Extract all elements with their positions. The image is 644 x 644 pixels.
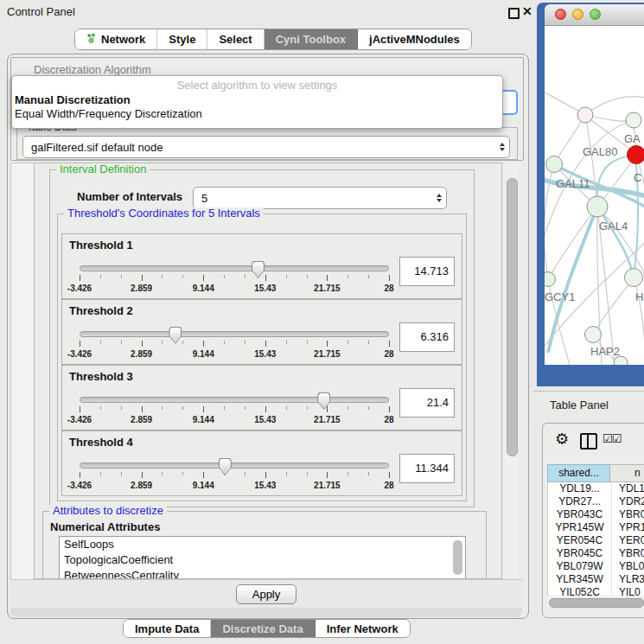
algorithm-option[interactable]: Manual Discretization: [12, 93, 502, 107]
tab-style[interactable]: Style: [157, 29, 207, 49]
tab-cyni-toolbox[interactable]: Cyni Toolbox: [265, 29, 358, 49]
table-row[interactable]: YPR145WYPR1: [548, 521, 644, 534]
slider-minor-tick: [286, 275, 287, 278]
slider-major-tick: [327, 275, 328, 281]
cell-shared-name[interactable]: YER054C: [548, 534, 612, 547]
network-node-gal11[interactable]: [546, 156, 563, 173]
close-icon[interactable]: ✕: [522, 4, 532, 18]
table-data-combobox[interactable]: galFiltered.sif default node: [22, 136, 510, 158]
table-hscrollbar-thumb[interactable]: [549, 598, 644, 608]
threshold-slider[interactable]: -3.4262.8599.14415.4321.71528: [80, 458, 389, 494]
bottom-tab-discretize-data[interactable]: Discretize Data: [211, 620, 315, 637]
bottom-tab-impute-data[interactable]: Impute Data: [124, 620, 211, 637]
slider-tick-label: 9.144: [193, 415, 214, 424]
network-node-hap2[interactable]: [585, 327, 602, 343]
column-header-shared[interactable]: shared...: [547, 464, 610, 482]
threshold-value-field[interactable]: 11.344: [399, 454, 455, 483]
slider-track[interactable]: [80, 462, 389, 469]
mac-close-button[interactable]: [555, 9, 566, 20]
tab-jactivemnodules[interactable]: jActiveMNodules: [358, 29, 471, 49]
table-hscrollbar[interactable]: [547, 596, 644, 608]
settings-scrollbar-thumb[interactable]: [507, 178, 518, 456]
network-node-ga[interactable]: [626, 112, 641, 128]
cell-name[interactable]: YPR1: [612, 521, 644, 534]
table-row[interactable]: YBR045CYBR0: [548, 547, 644, 560]
cell-name[interactable]: YDR2: [612, 495, 644, 508]
tab-network[interactable]: Network: [75, 29, 157, 49]
cell-shared-name[interactable]: YLR345W: [548, 573, 612, 586]
tab-select[interactable]: Select: [207, 29, 264, 49]
threshold-value-field[interactable]: 14.713: [399, 257, 455, 286]
network-window-titlebar[interactable]: [545, 4, 644, 26]
column-header-name[interactable]: n: [610, 464, 644, 482]
table-row[interactable]: YBR043CYBR0: [548, 508, 644, 521]
network-canvas[interactable]: GAL80GACGAL11GAL4GCY1HHAP2: [545, 26, 644, 365]
bottom-tab-infer-network[interactable]: Infer Network: [316, 620, 410, 637]
algorithm-option[interactable]: Equal Width/Frequency Discretization: [12, 107, 502, 121]
numerical-attributes-list[interactable]: SelfLoopsTopologicalCoefficientBetweenne…: [59, 536, 466, 579]
threshold-value-field[interactable]: 21.4: [399, 388, 455, 418]
cell-name[interactable]: YLR3: [612, 573, 644, 586]
table-rows: YDL19...YDL1YDR27...YDR2YBR043CYBR0YPR14…: [547, 482, 644, 596]
slider-track[interactable]: [80, 265, 389, 271]
slider-minor-tick: [348, 341, 348, 344]
slider-minor-tick: [100, 406, 101, 410]
slider-tick-label: -3.426: [67, 481, 92, 490]
slider-major-tick: [265, 275, 266, 281]
attribute-list-item[interactable]: TopologicalCoefficient: [60, 552, 465, 568]
float-window-icon[interactable]: [508, 8, 520, 19]
mac-minimize-button[interactable]: [572, 9, 583, 20]
cell-name[interactable]: YER0: [612, 534, 644, 547]
table-row[interactable]: YBL079WYBL0: [548, 560, 644, 573]
slider-thumb[interactable]: [169, 327, 182, 344]
mac-zoom-button[interactable]: [590, 9, 601, 20]
table-row[interactable]: YDR27...YDR2: [548, 495, 644, 508]
threshold-value-field[interactable]: 6.316: [399, 322, 455, 352]
cell-shared-name[interactable]: YPR145W: [548, 521, 612, 534]
network-node-gal4[interactable]: [587, 196, 608, 217]
settings-scrollbar[interactable]: [505, 164, 518, 577]
gear-icon[interactable]: ⚙: [555, 431, 569, 447]
table-row[interactable]: YER054CYER0: [548, 534, 644, 547]
table-row[interactable]: YDL19...YDL1: [548, 482, 644, 495]
network-node-gcy1[interactable]: [545, 272, 556, 287]
attribute-list-item[interactable]: BetweennessCentrality: [60, 568, 465, 579]
list-scrollbar-thumb[interactable]: [453, 540, 462, 575]
threshold-slider[interactable]: -3.4262.8599.14415.4321.71528: [80, 327, 389, 363]
cell-shared-name[interactable]: YBR043C: [548, 508, 612, 521]
threshold-label: Threshold 3: [69, 370, 133, 383]
table-row[interactable]: YIL052CYIL0: [548, 586, 644, 596]
network-node-c[interactable]: [628, 146, 644, 164]
cell-name[interactable]: YBL0: [612, 560, 644, 573]
slider-thumb[interactable]: [219, 458, 232, 475]
slider-minor-tick: [348, 406, 348, 410]
cell-shared-name[interactable]: YBR045C: [548, 547, 612, 560]
slider-major-tick: [265, 341, 266, 347]
cell-shared-name[interactable]: YBL079W: [548, 560, 612, 573]
slider-tick-label: 28: [384, 349, 393, 359]
threshold-slider[interactable]: -3.4262.8599.14415.4321.71528: [80, 261, 389, 297]
attribute-list-item[interactable]: SelfLoops: [60, 537, 465, 552]
cell-shared-name[interactable]: YIL052C: [548, 586, 612, 596]
slider-thumb[interactable]: [317, 392, 330, 410]
network-node-gal80[interactable]: [577, 107, 593, 123]
cell-name[interactable]: YBR0: [612, 508, 644, 521]
apply-button[interactable]: Apply: [236, 584, 296, 604]
cell-shared-name[interactable]: YDL19...: [548, 482, 612, 495]
cell-shared-name[interactable]: YDR27...: [548, 495, 612, 508]
columns-icon[interactable]: [580, 433, 597, 450]
slider-track[interactable]: [80, 331, 389, 337]
cell-name[interactable]: YDL1: [612, 482, 644, 495]
cell-name[interactable]: YIL0: [612, 586, 644, 596]
network-node-h[interactable]: [625, 269, 643, 287]
slider-minor-tick: [245, 472, 245, 475]
table-row[interactable]: YLR345WYLR3: [548, 573, 644, 586]
threshold-slider[interactable]: -3.4262.8599.14415.4321.71528: [80, 392, 389, 429]
checkbox-icons[interactable]: ☑☑: [603, 432, 621, 445]
network-node-label: GAL80: [583, 145, 617, 158]
attributes-group: Attributes to discretize Numerical Attri…: [42, 511, 487, 579]
slider-minor-tick: [182, 275, 183, 278]
slider-track[interactable]: [80, 397, 389, 403]
cell-name[interactable]: YBR0: [612, 547, 644, 560]
slider-thumb[interactable]: [252, 261, 265, 278]
